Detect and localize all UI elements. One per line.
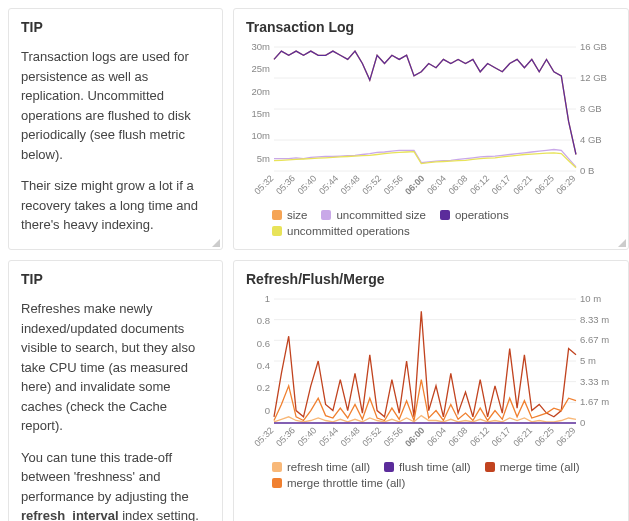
legend-swatch [485,462,495,472]
svg-text:05:52: 05:52 [360,425,383,448]
svg-text:06:21: 06:21 [511,425,534,448]
chart-title: Refresh/Flush/Merge [246,271,616,287]
legend-swatch [272,462,282,472]
legend-item[interactable]: size [272,209,307,221]
tip-body: Transaction logs are used for persistenc… [21,47,210,235]
svg-text:0 B: 0 B [580,165,594,176]
tip-paragraph: You can tune this trade-off between 'fre… [21,448,210,522]
tip-panel-transaction-log: TIP Transaction logs are used for persis… [8,8,223,250]
chart-legend: refresh time (all)flush time (all)merge … [246,461,616,489]
svg-text:06:08: 06:08 [447,425,470,448]
tip-paragraph: Their size might grow a lot if a recover… [21,176,210,235]
svg-text:05:32: 05:32 [252,173,275,196]
svg-text:3.33 m: 3.33 m [580,376,609,387]
legend-swatch [272,226,282,236]
legend-item[interactable]: refresh time (all) [272,461,370,473]
svg-text:06:29: 06:29 [554,173,577,196]
svg-text:05:40: 05:40 [296,173,319,196]
chart-panel-refresh: Refresh/Flush/Merge 10.80.60.40.2010 m8.… [233,260,629,521]
svg-text:0.4: 0.4 [257,360,270,371]
svg-text:8 GB: 8 GB [580,103,602,114]
svg-text:05:44: 05:44 [317,173,340,196]
svg-text:10 m: 10 m [580,295,601,304]
svg-text:16 GB: 16 GB [580,43,607,52]
svg-text:06:12: 06:12 [468,425,491,448]
svg-text:4 GB: 4 GB [580,134,602,145]
svg-text:06:17: 06:17 [490,173,513,196]
chart-canvas: 30m25m20m15m10m5m16 GB12 GB8 GB4 GB0 B05… [246,43,616,203]
legend-label: size [287,209,307,221]
chart-canvas: 10.80.60.40.2010 m8.33 m6.67 m5 m3.33 m1… [246,295,616,455]
tip-body: Refreshes make newly indexed/updated doc… [21,299,210,521]
svg-text:5 m: 5 m [580,355,596,366]
svg-text:05:32: 05:32 [252,425,275,448]
legend-item[interactable]: uncommitted operations [272,225,410,237]
svg-text:20m: 20m [252,86,271,97]
svg-text:06:25: 06:25 [533,425,556,448]
svg-text:06:17: 06:17 [490,425,513,448]
svg-text:06:08: 06:08 [447,173,470,196]
legend-item[interactable]: uncommitted size [321,209,425,221]
legend-label: merge throttle time (all) [287,477,405,489]
svg-text:05:40: 05:40 [296,425,319,448]
legend-swatch [440,210,450,220]
svg-text:05:56: 05:56 [382,173,405,196]
svg-text:8.33 m: 8.33 m [580,314,609,325]
svg-text:05:48: 05:48 [339,173,362,196]
svg-text:05:52: 05:52 [360,173,383,196]
legend-label: uncommitted operations [287,225,410,237]
svg-text:05:36: 05:36 [274,173,297,196]
svg-text:06:04: 06:04 [425,425,448,448]
svg-text:5m: 5m [257,153,270,164]
svg-text:06:04: 06:04 [425,173,448,196]
svg-text:25m: 25m [252,63,271,74]
svg-text:05:44: 05:44 [317,425,340,448]
svg-text:05:36: 05:36 [274,425,297,448]
chart-legend: sizeuncommitted sizeoperationsuncommitte… [246,209,616,237]
tip-panel-refresh: TIP Refreshes make newly indexed/updated… [8,260,223,521]
tip-title: TIP [21,271,210,287]
svg-text:06:00: 06:00 [403,425,426,448]
svg-text:05:48: 05:48 [339,425,362,448]
chart-title: Transaction Log [246,19,616,35]
svg-text:06:29: 06:29 [554,425,577,448]
tip-paragraph: Transaction logs are used for persistenc… [21,47,210,164]
svg-text:0: 0 [580,417,585,428]
svg-text:1.67 m: 1.67 m [580,396,609,407]
svg-text:0.6: 0.6 [257,338,270,349]
tip-paragraph: Refreshes make newly indexed/updated doc… [21,299,210,436]
legend-swatch [272,210,282,220]
svg-text:06:12: 06:12 [468,173,491,196]
svg-text:12 GB: 12 GB [580,72,607,83]
legend-swatch [384,462,394,472]
legend-label: operations [455,209,509,221]
tip-title: TIP [21,19,210,35]
svg-text:30m: 30m [252,43,271,52]
chart-panel-transaction-log: Transaction Log 30m25m20m15m10m5m16 GB12… [233,8,629,250]
svg-text:1: 1 [265,295,270,304]
legend-item[interactable]: operations [440,209,509,221]
legend-item[interactable]: flush time (all) [384,461,471,473]
legend-label: uncommitted size [336,209,425,221]
svg-text:06:25: 06:25 [533,173,556,196]
dashboard-grid: TIP Transaction logs are used for persis… [8,8,621,521]
svg-text:0.8: 0.8 [257,315,270,326]
legend-swatch [321,210,331,220]
svg-text:6.67 m: 6.67 m [580,334,609,345]
legend-swatch [272,478,282,488]
svg-text:06:21: 06:21 [511,173,534,196]
svg-text:15m: 15m [252,108,271,119]
legend-label: refresh time (all) [287,461,370,473]
legend-item[interactable]: merge throttle time (all) [272,477,405,489]
legend-label: merge time (all) [500,461,580,473]
legend-label: flush time (all) [399,461,471,473]
svg-text:05:56: 05:56 [382,425,405,448]
svg-text:10m: 10m [252,130,271,141]
svg-text:0: 0 [265,405,270,416]
svg-text:0.2: 0.2 [257,382,270,393]
svg-text:06:00: 06:00 [403,173,426,196]
legend-item[interactable]: merge time (all) [485,461,580,473]
